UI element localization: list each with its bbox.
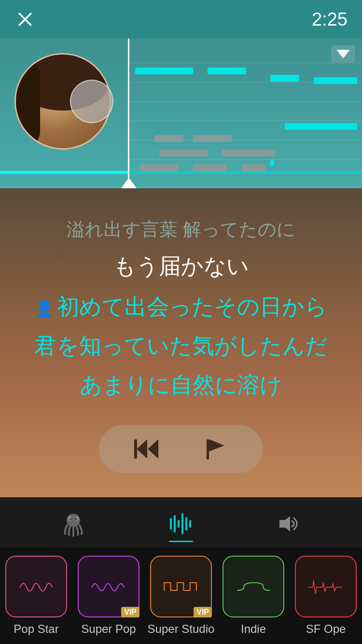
mascot-button[interactable] xyxy=(59,509,88,538)
note-bar xyxy=(208,68,246,74)
rewind-button[interactable] xyxy=(130,432,164,466)
note-bar-gray xyxy=(222,150,275,156)
lyric-cyan-1: 👤初めて出会ったその日から xyxy=(35,290,327,323)
controls-area xyxy=(0,425,362,473)
effect-label-sf-ope: SF Ope xyxy=(306,622,346,636)
progress-fill xyxy=(0,171,128,174)
effect-box-indie xyxy=(223,556,284,617)
note-bar xyxy=(135,68,193,74)
note-bar-gray xyxy=(241,164,265,171)
note-bar-gray xyxy=(159,150,208,156)
vip-badge: VIP xyxy=(121,607,139,617)
effect-label-indie: Indie xyxy=(241,622,266,636)
note-bar-gray xyxy=(154,135,183,142)
person-icon: 👤 xyxy=(35,300,54,317)
note-bar xyxy=(270,75,299,82)
note-bar-gray xyxy=(193,164,227,171)
playhead-arrow xyxy=(121,178,137,188)
effect-box-pop-star xyxy=(5,556,67,617)
effect-label-super-pop: Super Pop xyxy=(81,622,136,636)
svg-marker-2 xyxy=(336,50,350,58)
effect-box-sf-ope xyxy=(295,556,357,617)
lyric-cyan-3: あまりに自然に溶け xyxy=(80,368,282,402)
note-bar-gray xyxy=(193,135,232,142)
close-button[interactable] xyxy=(14,9,36,30)
svg-rect-14 xyxy=(174,515,176,532)
svg-rect-13 xyxy=(170,518,172,530)
piano-roll xyxy=(0,39,362,188)
svg-rect-5 xyxy=(134,439,137,459)
svg-rect-17 xyxy=(185,517,187,531)
svg-marker-4 xyxy=(137,439,147,459)
lyric-cyan-2: 君を知っていた気がしたんだ xyxy=(34,329,328,363)
effect-item-super-studio[interactable]: VIP Super Studio xyxy=(145,552,217,639)
playhead xyxy=(128,39,129,188)
bottom-toolbar xyxy=(0,499,362,547)
flag-button[interactable] xyxy=(198,432,232,466)
mic-circle xyxy=(70,80,113,123)
effect-item-sf-ope[interactable]: SF Ope xyxy=(290,552,362,639)
svg-marker-3 xyxy=(148,439,158,459)
svg-point-8 xyxy=(67,514,80,527)
svg-marker-7 xyxy=(209,439,224,451)
effect-label-super-studio: Super Studio xyxy=(148,622,215,636)
time-display: 2:25 xyxy=(312,9,348,30)
vip-badge: VIP xyxy=(194,607,212,617)
volume-button[interactable] xyxy=(274,509,303,538)
note-bar-gray xyxy=(140,164,179,171)
note-bar xyxy=(270,159,274,166)
note-bar xyxy=(314,77,357,84)
svg-marker-19 xyxy=(279,516,290,532)
effect-box-super-studio: VIP xyxy=(150,556,212,617)
effect-box-super-pop: VIP xyxy=(78,556,139,617)
svg-rect-6 xyxy=(207,439,209,460)
svg-rect-15 xyxy=(178,520,180,528)
lyric-dim: 溢れ出す言葉 解ってたのに xyxy=(67,217,295,242)
effects-strip: Pop Star VIP Super Pop VIP Super Studio … xyxy=(0,547,362,644)
effect-item-super-pop[interactable]: VIP Super Pop xyxy=(72,552,145,639)
dropdown-button[interactable] xyxy=(331,45,355,63)
effect-label-pop-star: Pop Star xyxy=(14,622,58,636)
svg-point-11 xyxy=(70,518,72,520)
effect-item-pop-star[interactable]: Pop Star xyxy=(0,552,72,639)
svg-rect-16 xyxy=(181,513,183,534)
svg-point-12 xyxy=(75,518,77,520)
top-bar: 2:25 xyxy=(0,0,362,39)
lyric-main: もう届かない xyxy=(113,252,249,281)
svg-rect-18 xyxy=(189,520,191,528)
tune-button[interactable] xyxy=(167,509,195,538)
control-pill xyxy=(99,425,263,473)
effect-item-indie[interactable]: Indie xyxy=(217,552,290,639)
note-bar xyxy=(285,123,357,130)
